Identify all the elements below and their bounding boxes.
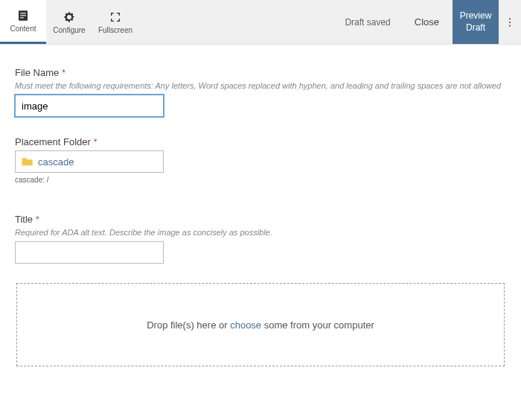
filename-help: Must meet the following requirements: An…	[15, 81, 506, 90]
dropzone-suffix: some from your computer	[261, 319, 374, 331]
field-placement-folder: Placement Folder * cascade cascade: /	[15, 136, 506, 184]
required-asterisk: *	[94, 136, 98, 147]
svg-point-6	[509, 25, 511, 26]
tab-label: Content	[10, 25, 36, 33]
choose-file-link[interactable]: choose	[230, 319, 261, 331]
label-text: Placement Folder	[15, 136, 91, 147]
draft-status: Draft saved	[334, 0, 400, 44]
form-area: File Name * Must meet the following requ…	[0, 45, 521, 381]
field-title: Title * Required for ADA alt text. Descr…	[15, 214, 506, 264]
required-asterisk: *	[62, 67, 65, 78]
required-asterisk: *	[36, 214, 39, 225]
tab-label: Configure	[53, 26, 85, 34]
svg-rect-1	[20, 13, 26, 13]
folder-icon	[22, 156, 33, 167]
gear-icon	[63, 10, 76, 24]
dropzone-prefix: Drop file(s) here or	[147, 319, 230, 331]
label-text: File Name	[15, 67, 59, 78]
folder-picker[interactable]: cascade	[15, 150, 164, 173]
preview-draft-button[interactable]: Preview Draft	[453, 0, 499, 44]
svg-rect-2	[20, 15, 26, 16]
tab-label: Fullscreen	[98, 26, 132, 34]
dropzone-text: Drop file(s) here or choose some from yo…	[147, 319, 374, 331]
folder-value: cascade	[38, 156, 74, 168]
label-text: Title	[15, 214, 33, 225]
title-label: Title *	[15, 214, 506, 225]
folder-label: Placement Folder *	[15, 136, 506, 147]
content-icon	[16, 9, 30, 22]
toolbar: Content Configure Fullscreen Draft saved…	[0, 0, 521, 45]
title-input[interactable]	[15, 241, 164, 264]
tab-fullscreen[interactable]: Fullscreen	[92, 0, 138, 44]
title-help: Required for ADA alt text. Describe the …	[15, 228, 506, 237]
kebab-icon	[504, 16, 516, 28]
filename-label: File Name *	[15, 67, 506, 78]
tab-content[interactable]: Content	[0, 0, 46, 44]
svg-point-5	[509, 21, 511, 22]
toolbar-spacer	[138, 0, 334, 44]
filename-input[interactable]	[15, 95, 164, 117]
more-menu-button[interactable]	[499, 0, 521, 44]
svg-rect-3	[20, 17, 24, 18]
tab-configure[interactable]: Configure	[46, 0, 92, 44]
folder-path: cascade: /	[15, 176, 506, 184]
close-button[interactable]: Close	[401, 0, 453, 44]
fullscreen-icon	[109, 10, 122, 24]
svg-point-4	[509, 18, 511, 19]
field-filename: File Name * Must meet the following requ…	[15, 67, 506, 117]
file-dropzone[interactable]: Drop file(s) here or choose some from yo…	[16, 283, 505, 366]
